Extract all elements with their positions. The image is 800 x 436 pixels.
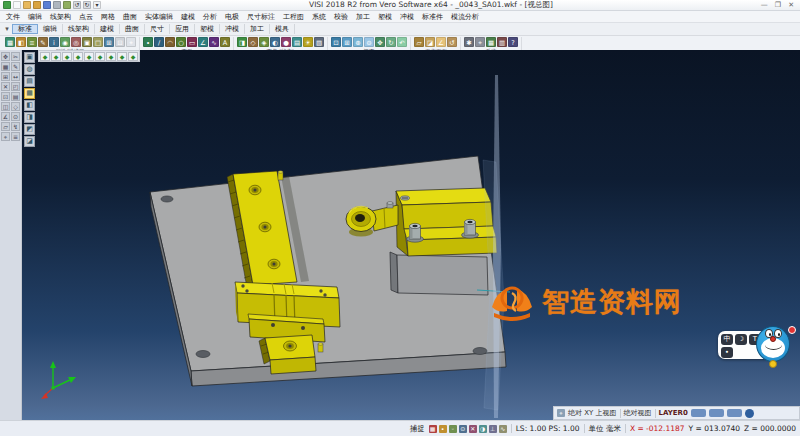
unlock-icon[interactable]: □ bbox=[93, 37, 103, 47]
circle-icon[interactable]: ○ bbox=[176, 37, 186, 47]
axonometric-view-icon[interactable]: ◆ bbox=[117, 52, 127, 61]
angle-tool-icon[interactable]: ∡ bbox=[1, 112, 10, 121]
previous-view-icon[interactable]: ↶ bbox=[397, 37, 407, 47]
units-readout[interactable]: 单位 毫米 bbox=[589, 424, 621, 434]
new-file-icon[interactable] bbox=[13, 1, 21, 9]
menu-item[interactable]: 工程图 bbox=[282, 12, 305, 22]
zoom-box-tool-icon[interactable]: ⊡ bbox=[1, 92, 10, 101]
snap-perpendicular-icon[interactable]: ⊥ bbox=[489, 425, 497, 433]
chain-mode-icon[interactable]: ◍ bbox=[24, 64, 35, 75]
zoom-in-icon[interactable]: ⊕ bbox=[353, 37, 363, 47]
split-view-icon[interactable]: ◫ bbox=[1, 102, 10, 111]
ribbon-tab[interactable]: 编辑 bbox=[38, 24, 63, 34]
menu-item[interactable]: 系统 bbox=[311, 12, 327, 22]
background-icon[interactable]: ▧ bbox=[314, 37, 324, 47]
menu-item[interactable]: 点云 bbox=[78, 12, 94, 22]
ribbon-tab[interactable]: 标准 bbox=[12, 24, 38, 34]
undo-icon[interactable]: ↺ bbox=[73, 1, 81, 9]
pan-icon[interactable]: ✥ bbox=[375, 37, 385, 47]
help-icon[interactable]: ? bbox=[508, 37, 518, 47]
rectangle-icon[interactable]: ▭ bbox=[187, 37, 197, 47]
center-tool-icon[interactable]: ⊙ bbox=[11, 112, 20, 121]
ribbon-tab[interactable]: 模具 bbox=[270, 24, 295, 34]
zoom-window-icon[interactable]: ⊞ bbox=[342, 37, 352, 47]
snap-settings-icon[interactable]: ⊞ bbox=[1, 72, 10, 81]
rotate-view-icon[interactable]: ↻ bbox=[386, 37, 396, 47]
clamp-block[interactable] bbox=[396, 188, 497, 256]
active-layer-label[interactable]: LAYER0 bbox=[659, 409, 688, 417]
layer-filter-icon[interactable]: ▦ bbox=[5, 37, 15, 47]
menu-item[interactable]: 校验 bbox=[333, 12, 349, 22]
point-icon[interactable]: ∙ bbox=[143, 37, 153, 47]
break-tool-icon[interactable]: ↯ bbox=[11, 122, 20, 131]
deselect-icon[interactable]: ⊟ bbox=[115, 37, 125, 47]
right-view-icon[interactable]: ◆ bbox=[73, 52, 83, 61]
menu-item[interactable]: 实体编辑 bbox=[144, 12, 174, 22]
select-tool-icon[interactable]: ✥ bbox=[1, 52, 10, 61]
back-view-icon[interactable]: ◆ bbox=[95, 52, 105, 61]
left-view-icon[interactable]: ◆ bbox=[84, 52, 94, 61]
trim-tool-icon[interactable]: ✂ bbox=[11, 52, 20, 61]
text-icon[interactable]: A bbox=[220, 37, 230, 47]
hide-element-icon[interactable]: ◎ bbox=[71, 37, 81, 47]
snap-center-icon[interactable]: ⊙ bbox=[459, 425, 467, 433]
locating-pin[interactable] bbox=[318, 343, 323, 352]
workplane-align-icon[interactable]: ∠ bbox=[436, 37, 446, 47]
select-all-icon[interactable]: ⊞ bbox=[104, 37, 114, 47]
top-view-icon[interactable]: ◆ bbox=[51, 52, 61, 61]
window-control-button[interactable]: — bbox=[761, 1, 768, 9]
workplane-reset-icon[interactable]: ↺ bbox=[447, 37, 457, 47]
save-icon[interactable] bbox=[43, 1, 51, 9]
snap-midpoint-icon[interactable]: ◦ bbox=[449, 425, 457, 433]
target-tool-icon[interactable]: ⌖ bbox=[1, 132, 10, 141]
quick-select-icon[interactable]: ⌖ bbox=[126, 37, 136, 47]
attribute-edit-icon[interactable]: ✎ bbox=[38, 37, 48, 47]
progress-chip-3[interactable] bbox=[727, 409, 742, 417]
snap-intersection-icon[interactable]: ✕ bbox=[469, 425, 477, 433]
corner-tool-icon[interactable]: ◰ bbox=[11, 82, 20, 91]
select-mode-icon[interactable]: ▣ bbox=[24, 52, 35, 63]
ribbon-tab[interactable]: 线架构 bbox=[63, 24, 95, 34]
menu-item[interactable]: 建模 bbox=[180, 12, 196, 22]
snap-quadrant-icon[interactable]: ◑ bbox=[479, 425, 487, 433]
locating-pin[interactable] bbox=[278, 171, 283, 180]
status-sphere-icon[interactable] bbox=[745, 409, 754, 418]
color-filter-icon[interactable]: ◧ bbox=[16, 37, 26, 47]
iso-view-icon[interactable]: ◆ bbox=[40, 52, 50, 61]
polyline-icon[interactable]: ∠ bbox=[198, 37, 208, 47]
snap-nearest-icon[interactable]: ∿ bbox=[499, 425, 507, 433]
menu-item[interactable]: 曲面 bbox=[122, 12, 138, 22]
lock-icon[interactable]: ▣ bbox=[82, 37, 92, 47]
ribbon-tab[interactable]: 建模 bbox=[95, 24, 120, 34]
measure-icon[interactable]: ⌖ bbox=[475, 37, 485, 47]
cad-model-3d[interactable] bbox=[22, 50, 800, 420]
riser-block[interactable] bbox=[390, 252, 488, 295]
settings-icon[interactable]: ✱ bbox=[464, 37, 474, 47]
face-mode-icon[interactable]: ▤ bbox=[24, 76, 35, 87]
ribbon-tab[interactable]: 加工 bbox=[245, 24, 270, 34]
menu-item[interactable]: 加工 bbox=[355, 12, 371, 22]
grid-tool-icon[interactable]: ▦ bbox=[1, 62, 10, 71]
print-icon[interactable] bbox=[53, 1, 61, 9]
ribbon-tab[interactable]: 塑模 bbox=[195, 24, 220, 34]
snap-endpoint-icon[interactable]: ∙ bbox=[439, 425, 447, 433]
solid-mode-icon[interactable]: ▦ bbox=[24, 88, 35, 99]
bottom-view-icon[interactable]: ◆ bbox=[106, 52, 116, 61]
shaded-view-icon[interactable]: ◨ bbox=[237, 37, 247, 47]
calculator-icon[interactable]: ▦ bbox=[486, 37, 496, 47]
redo-icon[interactable]: ↻ bbox=[83, 1, 91, 9]
move-tool-icon[interactable]: ↔ bbox=[11, 72, 20, 81]
line-icon[interactable]: ∕ bbox=[154, 37, 164, 47]
lighting-icon[interactable]: ☀ bbox=[303, 37, 313, 47]
plane-tool-icon[interactable]: ▱ bbox=[1, 122, 10, 131]
ime-more-icon[interactable]: ∙ bbox=[721, 347, 733, 358]
zoom-fit-icon[interactable]: ⊡ bbox=[331, 37, 341, 47]
front-view-icon[interactable]: ◆ bbox=[62, 52, 72, 61]
ribbon-tab[interactable]: 尺寸 bbox=[145, 24, 170, 34]
transparency-icon[interactable]: ◐ bbox=[270, 37, 280, 47]
app-logo-icon[interactable] bbox=[3, 1, 11, 9]
wireframe-icon[interactable]: ◇ bbox=[248, 37, 258, 47]
menu-item[interactable]: 塑模 bbox=[377, 12, 393, 22]
menu-item[interactable]: 编辑 bbox=[27, 12, 43, 22]
menu-item[interactable]: 分析 bbox=[202, 12, 218, 22]
